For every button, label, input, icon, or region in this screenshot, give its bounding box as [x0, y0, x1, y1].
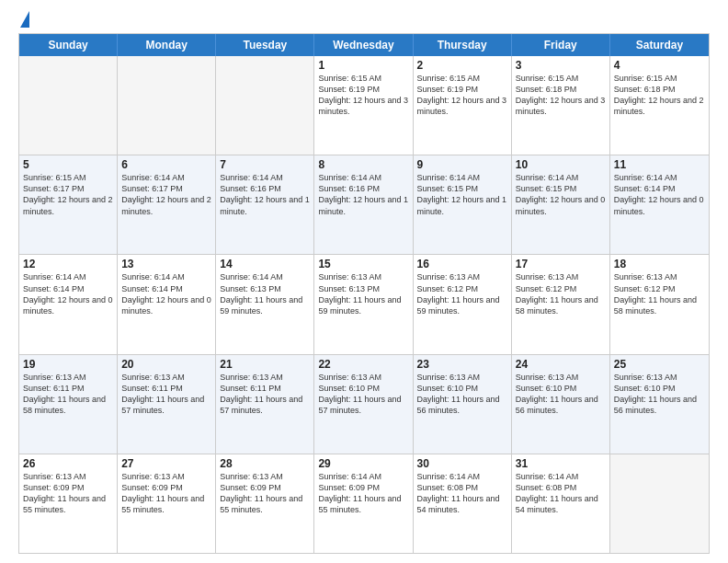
cell-day-number: 4: [614, 59, 705, 72]
header: [18, 15, 710, 24]
calendar-cell: 20Sunrise: 6:13 AM Sunset: 6:11 PM Dayli…: [118, 355, 216, 454]
calendar-cell: [610, 454, 709, 553]
cell-day-number: 23: [417, 358, 507, 371]
calendar-cell: 22Sunrise: 6:13 AM Sunset: 6:10 PM Dayli…: [314, 355, 413, 454]
cell-day-number: 26: [23, 457, 113, 470]
cell-day-number: 27: [121, 457, 211, 470]
calendar-cell: 17Sunrise: 6:13 AM Sunset: 6:12 PM Dayli…: [512, 255, 610, 353]
logo-text: [18, 15, 29, 28]
cell-info: Sunrise: 6:13 AM Sunset: 6:11 PM Dayligh…: [220, 372, 310, 417]
cell-day-number: 30: [417, 457, 507, 470]
cell-day-number: 7: [220, 158, 310, 171]
cell-info: Sunrise: 6:13 AM Sunset: 6:12 PM Dayligh…: [417, 271, 507, 316]
cell-day-number: 17: [516, 258, 606, 270]
cell-info: Sunrise: 6:13 AM Sunset: 6:12 PM Dayligh…: [614, 271, 705, 316]
cell-day-number: 24: [516, 358, 606, 371]
calendar-cell: [118, 56, 216, 155]
cell-day-number: 15: [318, 258, 408, 270]
calendar-cell: 28Sunrise: 6:13 AM Sunset: 6:09 PM Dayli…: [216, 454, 314, 553]
calendar-cell: 30Sunrise: 6:14 AM Sunset: 6:08 PM Dayli…: [414, 454, 512, 553]
cell-day-number: 12: [23, 258, 113, 270]
calendar-cell: 11Sunrise: 6:14 AM Sunset: 6:14 PM Dayli…: [610, 155, 709, 254]
calendar-cell: 14Sunrise: 6:14 AM Sunset: 6:13 PM Dayli…: [216, 255, 314, 353]
cell-info: Sunrise: 6:14 AM Sunset: 6:16 PM Dayligh…: [220, 172, 310, 217]
cell-day-number: 8: [318, 158, 408, 171]
cell-info: Sunrise: 6:14 AM Sunset: 6:16 PM Dayligh…: [318, 172, 408, 217]
cell-day-number: 20: [121, 358, 211, 371]
calendar-cell: [19, 56, 118, 155]
cell-day-number: 9: [417, 158, 507, 171]
calendar-header-cell: Saturday: [610, 34, 709, 56]
calendar-cell: 21Sunrise: 6:13 AM Sunset: 6:11 PM Dayli…: [216, 355, 314, 454]
calendar-cell: 24Sunrise: 6:13 AM Sunset: 6:10 PM Dayli…: [512, 355, 610, 454]
calendar-cell: 27Sunrise: 6:13 AM Sunset: 6:09 PM Dayli…: [118, 454, 216, 553]
calendar-row: 19Sunrise: 6:13 AM Sunset: 6:11 PM Dayli…: [19, 355, 709, 454]
cell-day-number: 14: [220, 258, 310, 270]
cell-info: Sunrise: 6:13 AM Sunset: 6:10 PM Dayligh…: [614, 372, 705, 417]
cell-info: Sunrise: 6:14 AM Sunset: 6:14 PM Dayligh…: [121, 271, 211, 316]
page: SundayMondayTuesdayWednesdayThursdayFrid…: [0, 0, 728, 563]
calendar-cell: 6Sunrise: 6:14 AM Sunset: 6:17 PM Daylig…: [118, 155, 216, 254]
calendar-cell: [216, 56, 314, 155]
calendar-cell: 10Sunrise: 6:14 AM Sunset: 6:15 PM Dayli…: [512, 155, 610, 254]
calendar-cell: 3Sunrise: 6:15 AM Sunset: 6:18 PM Daylig…: [512, 56, 610, 155]
calendar-cell: 1Sunrise: 6:15 AM Sunset: 6:19 PM Daylig…: [314, 56, 413, 155]
cell-day-number: 22: [318, 358, 408, 371]
calendar-cell: 26Sunrise: 6:13 AM Sunset: 6:09 PM Dayli…: [19, 454, 118, 553]
cell-info: Sunrise: 6:14 AM Sunset: 6:09 PM Dayligh…: [318, 471, 408, 516]
calendar: SundayMondayTuesdayWednesdayThursdayFrid…: [18, 33, 710, 554]
calendar-cell: 23Sunrise: 6:13 AM Sunset: 6:10 PM Dayli…: [414, 355, 512, 454]
cell-day-number: 13: [121, 258, 211, 270]
logo-triangle-icon: [20, 11, 29, 28]
cell-info: Sunrise: 6:15 AM Sunset: 6:18 PM Dayligh…: [516, 73, 606, 118]
calendar-header-cell: Thursday: [414, 34, 512, 56]
cell-day-number: 6: [121, 158, 211, 171]
cell-info: Sunrise: 6:13 AM Sunset: 6:11 PM Dayligh…: [23, 372, 113, 417]
cell-info: Sunrise: 6:13 AM Sunset: 6:09 PM Dayligh…: [220, 471, 310, 516]
logo: [18, 15, 29, 24]
cell-info: Sunrise: 6:14 AM Sunset: 6:15 PM Dayligh…: [417, 172, 507, 217]
calendar-cell: 8Sunrise: 6:14 AM Sunset: 6:16 PM Daylig…: [314, 155, 413, 254]
cell-day-number: 2: [417, 59, 507, 72]
calendar-cell: 18Sunrise: 6:13 AM Sunset: 6:12 PM Dayli…: [610, 255, 709, 353]
cell-info: Sunrise: 6:13 AM Sunset: 6:10 PM Dayligh…: [318, 372, 408, 417]
cell-info: Sunrise: 6:14 AM Sunset: 6:14 PM Dayligh…: [614, 172, 705, 217]
cell-day-number: 11: [614, 158, 705, 171]
cell-info: Sunrise: 6:14 AM Sunset: 6:14 PM Dayligh…: [23, 271, 113, 316]
cell-day-number: 10: [516, 158, 606, 171]
calendar-header-cell: Tuesday: [216, 34, 314, 56]
calendar-cell: 2Sunrise: 6:15 AM Sunset: 6:19 PM Daylig…: [414, 56, 512, 155]
cell-info: Sunrise: 6:15 AM Sunset: 6:18 PM Dayligh…: [614, 73, 705, 118]
calendar-header-cell: Sunday: [19, 34, 118, 56]
calendar-header: SundayMondayTuesdayWednesdayThursdayFrid…: [19, 34, 709, 56]
cell-day-number: 18: [614, 258, 705, 270]
calendar-header-cell: Monday: [118, 34, 216, 56]
calendar-header-cell: Wednesday: [314, 34, 413, 56]
cell-info: Sunrise: 6:13 AM Sunset: 6:13 PM Dayligh…: [318, 271, 408, 316]
calendar-cell: 4Sunrise: 6:15 AM Sunset: 6:18 PM Daylig…: [610, 56, 709, 155]
calendar-header-cell: Friday: [512, 34, 610, 56]
cell-day-number: 16: [417, 258, 507, 270]
cell-info: Sunrise: 6:14 AM Sunset: 6:08 PM Dayligh…: [417, 471, 507, 516]
calendar-row: 5Sunrise: 6:15 AM Sunset: 6:17 PM Daylig…: [19, 155, 709, 255]
cell-info: Sunrise: 6:13 AM Sunset: 6:10 PM Dayligh…: [516, 372, 606, 417]
cell-info: Sunrise: 6:14 AM Sunset: 6:17 PM Dayligh…: [121, 172, 211, 217]
calendar-cell: 16Sunrise: 6:13 AM Sunset: 6:12 PM Dayli…: [414, 255, 512, 353]
cell-info: Sunrise: 6:15 AM Sunset: 6:17 PM Dayligh…: [23, 172, 113, 217]
cell-day-number: 29: [318, 457, 408, 470]
cell-info: Sunrise: 6:15 AM Sunset: 6:19 PM Dayligh…: [318, 73, 408, 118]
cell-info: Sunrise: 6:14 AM Sunset: 6:08 PM Dayligh…: [516, 471, 606, 516]
calendar-body: 1Sunrise: 6:15 AM Sunset: 6:19 PM Daylig…: [19, 56, 709, 553]
cell-info: Sunrise: 6:14 AM Sunset: 6:15 PM Dayligh…: [516, 172, 606, 217]
cell-info: Sunrise: 6:13 AM Sunset: 6:10 PM Dayligh…: [417, 372, 507, 417]
cell-info: Sunrise: 6:13 AM Sunset: 6:11 PM Dayligh…: [121, 372, 211, 417]
calendar-row: 1Sunrise: 6:15 AM Sunset: 6:19 PM Daylig…: [19, 56, 709, 155]
calendar-cell: 12Sunrise: 6:14 AM Sunset: 6:14 PM Dayli…: [19, 255, 118, 353]
cell-day-number: 25: [614, 358, 705, 371]
calendar-cell: 9Sunrise: 6:14 AM Sunset: 6:15 PM Daylig…: [414, 155, 512, 254]
calendar-cell: 29Sunrise: 6:14 AM Sunset: 6:09 PM Dayli…: [314, 454, 413, 553]
calendar-row: 26Sunrise: 6:13 AM Sunset: 6:09 PM Dayli…: [19, 454, 709, 553]
cell-info: Sunrise: 6:13 AM Sunset: 6:12 PM Dayligh…: [516, 271, 606, 316]
calendar-cell: 15Sunrise: 6:13 AM Sunset: 6:13 PM Dayli…: [314, 255, 413, 353]
cell-day-number: 28: [220, 457, 310, 470]
